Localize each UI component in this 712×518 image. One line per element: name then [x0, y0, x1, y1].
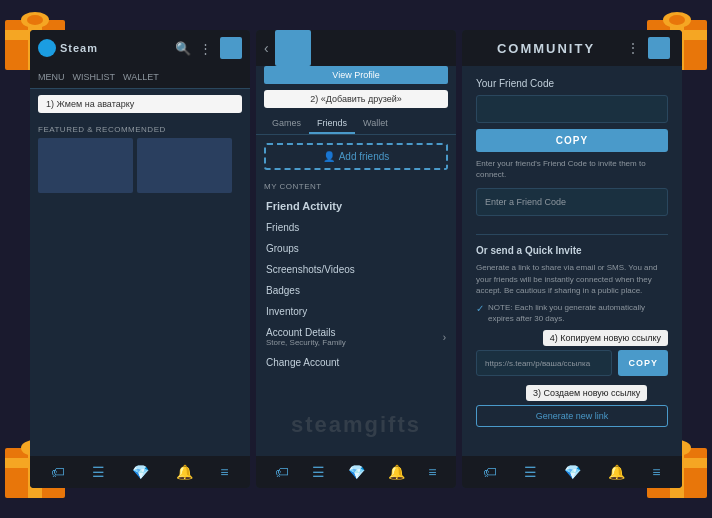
left-bottom-nav: 🏷 ☰ 💎 🔔 ≡: [30, 456, 250, 488]
hamburger-nav-icon[interactable]: ≡: [220, 464, 228, 480]
menu-dots-icon[interactable]: ⋮: [199, 41, 212, 56]
list-mid-icon[interactable]: ☰: [312, 464, 325, 480]
friends-item[interactable]: Friends: [256, 217, 456, 238]
tag-mid-icon[interactable]: 🏷: [275, 464, 289, 480]
svg-point-4: [27, 15, 43, 25]
tag-nav-icon[interactable]: 🏷: [51, 464, 65, 480]
add-friends-button[interactable]: 👤 Add friends: [264, 143, 448, 170]
bell-nav-icon[interactable]: 🔔: [176, 464, 193, 480]
friend-code-input[interactable]: [476, 95, 668, 123]
bell-mid-icon[interactable]: 🔔: [388, 464, 405, 480]
middle-bottom-nav: 🏷 ☰ 💎 🔔 ≡: [256, 456, 456, 488]
bell-right-icon[interactable]: 🔔: [608, 464, 625, 480]
steam-header-icons: 🔍 ⋮: [175, 37, 242, 59]
step3-tooltip: 3) Создаем новую ссылку: [526, 385, 647, 401]
badges-item[interactable]: Badges: [256, 280, 456, 301]
link-row: https://s.team/p/ваша/ссылка COPY: [476, 350, 668, 376]
gem-right-icon[interactable]: 💎: [564, 464, 581, 480]
quick-invite-section: Or send a Quick Invite Generate a link t…: [462, 245, 682, 433]
link-url-input[interactable]: https://s.team/p/ваша/ссылка: [476, 350, 612, 376]
featured-img-1: [38, 138, 133, 193]
steam-nav: MENU WISHLIST WALLET: [30, 66, 250, 89]
friend-activity-item[interactable]: Friend Activity: [256, 195, 456, 217]
account-details-sub: Store, Security, Family: [266, 338, 346, 347]
list-right-icon[interactable]: ☰: [524, 464, 537, 480]
left-content-area: FEATURED & RECOMMENDED: [30, 119, 250, 456]
invite-description: Enter your friend's Friend Code to invit…: [476, 158, 668, 180]
tag-right-icon[interactable]: 🏷: [483, 464, 497, 480]
steam-logo-icon: [38, 39, 56, 57]
right-bottom-nav: 🏷 ☰ 💎 🔔 ≡: [462, 456, 682, 488]
tab-wallet[interactable]: Wallet: [355, 114, 396, 134]
steam-header: Steam 🔍 ⋮: [30, 30, 250, 66]
quick-invite-title: Or send a Quick Invite: [476, 245, 668, 256]
community-menu-icon[interactable]: ⋮: [626, 40, 640, 56]
step4-container: 4) Копируем новую ссылку: [476, 330, 668, 350]
add-person-icon: 👤: [323, 151, 335, 162]
step1-tooltip: 1) Жмем на аватарку: [38, 95, 242, 113]
nav-wallet[interactable]: WALLET: [123, 70, 159, 84]
hamburger-mid-icon[interactable]: ≡: [428, 464, 436, 480]
hamburger-right-icon[interactable]: ≡: [652, 464, 660, 480]
gem-nav-icon[interactable]: 💎: [132, 464, 149, 480]
screenshots-item[interactable]: Screenshots/Videos: [256, 259, 456, 280]
steam-logo-text: Steam: [60, 42, 98, 54]
list-nav-icon[interactable]: ☰: [92, 464, 105, 480]
steam-logo: Steam: [38, 39, 98, 57]
featured-img-2: [137, 138, 232, 193]
enter-placeholder: Enter a Friend Code: [485, 197, 566, 207]
copy-friend-code-button[interactable]: COPY: [476, 129, 668, 152]
link-url-text: https://s.team/p/ваша/ссылка: [485, 359, 590, 368]
profile-header: ‹: [256, 30, 456, 66]
copy-link-button[interactable]: COPY: [618, 350, 668, 376]
quick-invite-desc: Generate a link to share via email or SM…: [476, 262, 668, 296]
right-community-panel: COMMUNITY ⋮ Your Friend Code COPY Enter …: [462, 30, 682, 488]
back-arrow-icon[interactable]: ‹: [264, 40, 269, 56]
section-divider: [476, 234, 668, 235]
community-header: COMMUNITY ⋮: [462, 30, 682, 66]
featured-images: [30, 138, 250, 193]
user-avatar[interactable]: [220, 37, 242, 59]
watermark: steamgifts: [291, 412, 421, 438]
note-content: NOTE: Each link you generate automatical…: [488, 302, 668, 324]
note-text: ✓ NOTE: Each link you generate automatic…: [476, 302, 668, 324]
view-profile-button[interactable]: View Profile: [264, 66, 448, 84]
middle-profile-panel: ‹ View Profile 2) «Добавить друзей» Game…: [256, 30, 456, 488]
gem-mid-icon[interactable]: 💎: [348, 464, 365, 480]
step3-container: 3) Создаем новую ссылку: [476, 382, 668, 405]
enter-friend-code-input[interactable]: Enter a Friend Code: [476, 188, 668, 216]
step2-tooltip: 2) «Добавить друзей»: [264, 90, 448, 108]
search-icon[interactable]: 🔍: [175, 41, 191, 56]
my-content-label: MY CONTENT: [256, 178, 456, 195]
groups-item[interactable]: Groups: [256, 238, 456, 259]
community-avatar[interactable]: [648, 37, 670, 59]
profile-avatar: [275, 30, 311, 66]
account-details-text: Account Details: [266, 327, 346, 338]
profile-tabs: Games Friends Wallet: [256, 114, 456, 135]
tab-friends[interactable]: Friends: [309, 114, 355, 134]
community-title: COMMUNITY: [497, 41, 595, 56]
svg-point-9: [669, 15, 685, 25]
step4-tooltip: 4) Копируем новую ссылку: [543, 330, 668, 346]
add-friends-label: Add friends: [339, 151, 390, 162]
change-account-item[interactable]: Change Account: [256, 352, 456, 373]
left-steam-panel: Steam 🔍 ⋮ MENU WISHLIST WALLET 1) Жмем н…: [30, 30, 250, 488]
friend-code-section: Your Friend Code COPY Enter your friend'…: [462, 66, 682, 224]
nav-wishlist[interactable]: WISHLIST: [73, 70, 116, 84]
generate-link-button[interactable]: Generate new link: [476, 405, 668, 427]
inventory-item[interactable]: Inventory: [256, 301, 456, 322]
friend-code-label: Your Friend Code: [476, 78, 668, 89]
account-details-item[interactable]: Account Details Store, Security, Family …: [256, 322, 456, 352]
featured-label: FEATURED & RECOMMENDED: [30, 119, 250, 138]
arrow-right-icon: ›: [443, 332, 446, 343]
tab-games[interactable]: Games: [264, 114, 309, 134]
checkmark-icon: ✓: [476, 302, 484, 316]
nav-menu[interactable]: MENU: [38, 70, 65, 84]
